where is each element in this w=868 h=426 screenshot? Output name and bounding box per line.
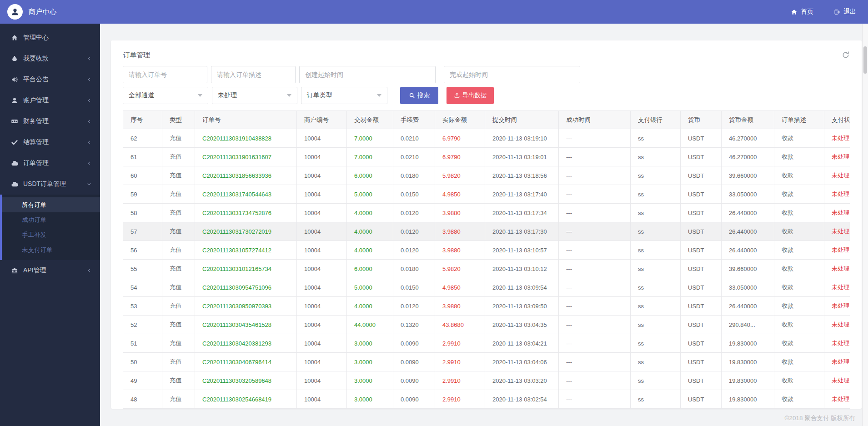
cell-trade-amount: 5.0000	[347, 185, 393, 204]
cell-trade-amount: 6.0000	[347, 166, 393, 185]
cell-seq: 59	[123, 185, 162, 204]
cell-type: 充值	[162, 204, 195, 222]
sidebar-item[interactable]: 平台公告	[0, 69, 100, 90]
sidebar-item[interactable]: USDT订单管理	[0, 174, 100, 195]
cell-order-no: C20201113031910438828	[195, 129, 297, 148]
cell-type: 充值	[162, 148, 195, 166]
cell-success-time: ---	[559, 204, 631, 222]
nav-logout[interactable]: 退出	[833, 8, 856, 16]
cell-seq: 55	[123, 260, 162, 278]
cell-success-time: ---	[559, 260, 631, 278]
cell-seq: 62	[123, 129, 162, 148]
cell-currency: USDT	[681, 148, 722, 166]
cell-fee: 0.0120	[393, 241, 435, 260]
refresh-icon[interactable]	[842, 51, 850, 59]
cell-submit-time: 2020-11-13 03:10:57	[485, 241, 559, 260]
cell-seq: 56	[123, 241, 162, 260]
cell-merchant-id: 10004	[297, 371, 347, 390]
create-start-time-input[interactable]	[299, 66, 436, 83]
cloud-icon	[11, 160, 18, 167]
cell-trade-amount: 7.0000	[347, 148, 393, 166]
cell-submit-time: 2020-11-13 03:19:01	[485, 148, 559, 166]
cell-pay-bank: ss	[631, 316, 681, 334]
sidebar-item[interactable]: 账户管理	[0, 90, 100, 111]
cell-currency-amount: 39.660000	[722, 260, 774, 278]
cell-submit-time: 2020-11-13 03:10:12	[485, 260, 559, 278]
cell-currency: USDT	[681, 297, 722, 316]
cell-seq: 53	[123, 297, 162, 316]
finish-start-time-input[interactable]	[444, 66, 580, 83]
sidebar-item-label: 财务管理	[23, 117, 86, 125]
sidebar-item[interactable]: API管理	[0, 260, 100, 281]
avatar[interactable]	[7, 4, 23, 20]
sidebar-subitem[interactable]: 成功订单	[2, 212, 100, 227]
cell-type: 充值	[162, 371, 195, 390]
cell-currency: USDT	[681, 185, 722, 204]
order-no-input[interactable]	[123, 66, 207, 83]
cell-order-no: C20201113030254668419	[195, 390, 297, 409]
cell-fee: 0.0090	[393, 371, 435, 390]
sidebar-item-label: 平台公告	[23, 75, 86, 84]
search-button[interactable]: 搜索	[400, 87, 438, 104]
cell-currency-amount: 46.270000	[722, 148, 774, 166]
sidebar-item[interactable]: 我要收款	[0, 48, 100, 69]
cell-submit-time: 2020-11-13 03:03:20	[485, 371, 559, 390]
sidebar-subitem[interactable]: 手工补发	[2, 227, 100, 242]
cell-merchant-id: 10004	[297, 353, 347, 371]
cell-merchant-id: 10004	[297, 390, 347, 409]
cell-currency-amount: 26.440000	[722, 222, 774, 241]
order-desc-input[interactable]	[211, 66, 296, 83]
scrollbar-thumb[interactable]	[863, 46, 867, 74]
cell-pay-status: 未处理	[824, 371, 850, 390]
column-header-pay-bank: 支付银行	[631, 111, 681, 129]
cell-currency-amount: 19.830000	[722, 353, 774, 371]
cell-pay-bank: ss	[631, 129, 681, 148]
sidebar-submenu: 所有订单成功订单手工补发未支付订单	[0, 195, 100, 260]
sidebar-subitem[interactable]: 未支付订单	[2, 242, 100, 257]
cell-order-desc: 收款	[774, 297, 824, 316]
cell-order-no: C20201113030320589648	[195, 371, 297, 390]
export-data-button[interactable]: 导出数据	[447, 87, 494, 104]
sidebar-item[interactable]: 财务管理	[0, 111, 100, 132]
scrollbar[interactable]	[862, 24, 868, 426]
cell-pay-bank: ss	[631, 222, 681, 241]
cell-seq: 58	[123, 204, 162, 222]
channel-select[interactable]: 全部通道	[123, 87, 208, 104]
sidebar-item[interactable]: 结算管理	[0, 132, 100, 153]
cell-success-time: ---	[559, 185, 631, 204]
cell-pay-status: 未处理	[824, 148, 850, 166]
sidebar-item[interactable]: 订单管理	[0, 153, 100, 174]
table-row: 55充值C20201113031012165734100046.00000.01…	[123, 260, 850, 278]
cell-pay-bank: ss	[631, 241, 681, 260]
cell-submit-time: 2020-11-13 03:09:50	[485, 297, 559, 316]
column-header-order-no: 订单号	[195, 111, 297, 129]
cell-actual-amount: 5.9820	[435, 166, 485, 185]
nav-home[interactable]: 首页	[791, 8, 813, 16]
cell-pay-bank: ss	[631, 260, 681, 278]
sidebar-item[interactable]: 管理中心	[0, 27, 100, 48]
sidebar-item-label: 管理中心	[23, 34, 92, 42]
cell-type: 充值	[162, 390, 195, 409]
cell-submit-time: 2020-11-13 03:04:21	[485, 334, 559, 353]
cell-submit-time: 2020-11-13 03:02:54	[485, 390, 559, 409]
column-header-currency: 货币	[681, 111, 722, 129]
cell-order-desc: 收款	[774, 241, 824, 260]
sidebar-subitem[interactable]: 所有订单	[2, 197, 100, 212]
caret-down-icon	[287, 94, 291, 97]
cell-currency: USDT	[681, 222, 722, 241]
filter-row-2: 全部通道 未处理 订单类型 搜索 导出数据	[123, 87, 850, 104]
cell-merchant-id: 10004	[297, 316, 347, 334]
order-type-select[interactable]: 订单类型	[301, 87, 387, 104]
nav-home-label: 首页	[801, 8, 813, 16]
cell-success-time: ---	[559, 129, 631, 148]
cell-success-time: ---	[559, 297, 631, 316]
cell-type: 充值	[162, 278, 195, 297]
sidebar-item-label: 订单管理	[23, 159, 86, 167]
status-select[interactable]: 未处理	[212, 87, 297, 104]
brand-title: 商户中心	[29, 8, 57, 16]
user-avatar-icon	[10, 7, 20, 16]
cell-pay-bank: ss	[631, 334, 681, 353]
cell-type: 充值	[162, 297, 195, 316]
cell-currency: USDT	[681, 278, 722, 297]
cell-submit-time: 2020-11-13 03:19:10	[485, 129, 559, 148]
